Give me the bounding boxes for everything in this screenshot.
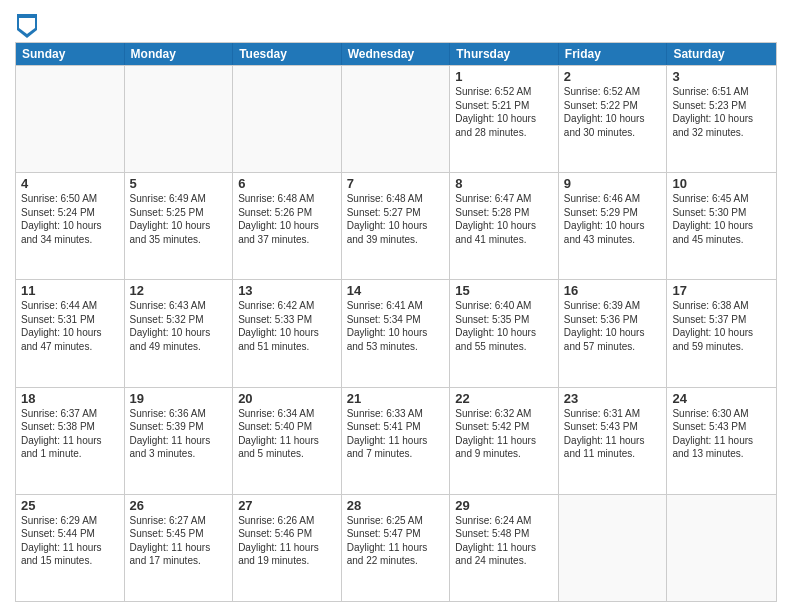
cell-info: Sunrise: 6:49 AM Sunset: 5:25 PM Dayligh… (130, 192, 228, 246)
calendar-cell: 3Sunrise: 6:51 AM Sunset: 5:23 PM Daylig… (667, 66, 776, 172)
cell-date-number: 8 (455, 176, 553, 191)
calendar-row: 11Sunrise: 6:44 AM Sunset: 5:31 PM Dayli… (16, 279, 776, 386)
weekday-header: Wednesday (342, 43, 451, 65)
cell-date-number: 2 (564, 69, 662, 84)
cell-info: Sunrise: 6:42 AM Sunset: 5:33 PM Dayligh… (238, 299, 336, 353)
cell-date-number: 21 (347, 391, 445, 406)
cell-date-number: 25 (21, 498, 119, 513)
calendar-cell: 20Sunrise: 6:34 AM Sunset: 5:40 PM Dayli… (233, 388, 342, 494)
cell-info: Sunrise: 6:52 AM Sunset: 5:22 PM Dayligh… (564, 85, 662, 139)
cell-info: Sunrise: 6:47 AM Sunset: 5:28 PM Dayligh… (455, 192, 553, 246)
calendar-cell: 11Sunrise: 6:44 AM Sunset: 5:31 PM Dayli… (16, 280, 125, 386)
cell-date-number: 14 (347, 283, 445, 298)
calendar-cell: 7Sunrise: 6:48 AM Sunset: 5:27 PM Daylig… (342, 173, 451, 279)
calendar-cell (125, 66, 234, 172)
weekday-header: Thursday (450, 43, 559, 65)
calendar-cell: 9Sunrise: 6:46 AM Sunset: 5:29 PM Daylig… (559, 173, 668, 279)
cell-info: Sunrise: 6:46 AM Sunset: 5:29 PM Dayligh… (564, 192, 662, 246)
calendar-cell: 10Sunrise: 6:45 AM Sunset: 5:30 PM Dayli… (667, 173, 776, 279)
cell-info: Sunrise: 6:34 AM Sunset: 5:40 PM Dayligh… (238, 407, 336, 461)
calendar-cell: 14Sunrise: 6:41 AM Sunset: 5:34 PM Dayli… (342, 280, 451, 386)
cell-info: Sunrise: 6:52 AM Sunset: 5:21 PM Dayligh… (455, 85, 553, 139)
calendar-cell (559, 495, 668, 601)
cell-info: Sunrise: 6:29 AM Sunset: 5:44 PM Dayligh… (21, 514, 119, 568)
cell-date-number: 5 (130, 176, 228, 191)
calendar-cell: 8Sunrise: 6:47 AM Sunset: 5:28 PM Daylig… (450, 173, 559, 279)
cell-date-number: 22 (455, 391, 553, 406)
calendar-cell: 22Sunrise: 6:32 AM Sunset: 5:42 PM Dayli… (450, 388, 559, 494)
logo-icon (17, 14, 37, 38)
cell-date-number: 28 (347, 498, 445, 513)
cell-info: Sunrise: 6:27 AM Sunset: 5:45 PM Dayligh… (130, 514, 228, 568)
cell-info: Sunrise: 6:40 AM Sunset: 5:35 PM Dayligh… (455, 299, 553, 353)
calendar-cell: 4Sunrise: 6:50 AM Sunset: 5:24 PM Daylig… (16, 173, 125, 279)
cell-info: Sunrise: 6:36 AM Sunset: 5:39 PM Dayligh… (130, 407, 228, 461)
cell-date-number: 11 (21, 283, 119, 298)
calendar-cell: 24Sunrise: 6:30 AM Sunset: 5:43 PM Dayli… (667, 388, 776, 494)
cell-info: Sunrise: 6:30 AM Sunset: 5:43 PM Dayligh… (672, 407, 771, 461)
cell-info: Sunrise: 6:31 AM Sunset: 5:43 PM Dayligh… (564, 407, 662, 461)
cell-date-number: 12 (130, 283, 228, 298)
calendar-cell: 12Sunrise: 6:43 AM Sunset: 5:32 PM Dayli… (125, 280, 234, 386)
cell-info: Sunrise: 6:48 AM Sunset: 5:27 PM Dayligh… (347, 192, 445, 246)
cell-date-number: 13 (238, 283, 336, 298)
weekday-header: Saturday (667, 43, 776, 65)
cell-date-number: 9 (564, 176, 662, 191)
calendar-cell: 16Sunrise: 6:39 AM Sunset: 5:36 PM Dayli… (559, 280, 668, 386)
calendar-cell (233, 66, 342, 172)
calendar-cell: 25Sunrise: 6:29 AM Sunset: 5:44 PM Dayli… (16, 495, 125, 601)
cell-date-number: 17 (672, 283, 771, 298)
cell-info: Sunrise: 6:48 AM Sunset: 5:26 PM Dayligh… (238, 192, 336, 246)
cell-info: Sunrise: 6:51 AM Sunset: 5:23 PM Dayligh… (672, 85, 771, 139)
calendar-cell: 19Sunrise: 6:36 AM Sunset: 5:39 PM Dayli… (125, 388, 234, 494)
cell-info: Sunrise: 6:33 AM Sunset: 5:41 PM Dayligh… (347, 407, 445, 461)
cell-info: Sunrise: 6:43 AM Sunset: 5:32 PM Dayligh… (130, 299, 228, 353)
calendar-cell (342, 66, 451, 172)
cell-date-number: 20 (238, 391, 336, 406)
calendar-row: 25Sunrise: 6:29 AM Sunset: 5:44 PM Dayli… (16, 494, 776, 601)
calendar-cell: 2Sunrise: 6:52 AM Sunset: 5:22 PM Daylig… (559, 66, 668, 172)
cell-date-number: 19 (130, 391, 228, 406)
cell-date-number: 26 (130, 498, 228, 513)
weekday-header: Tuesday (233, 43, 342, 65)
calendar-row: 4Sunrise: 6:50 AM Sunset: 5:24 PM Daylig… (16, 172, 776, 279)
cell-date-number: 23 (564, 391, 662, 406)
calendar-cell: 18Sunrise: 6:37 AM Sunset: 5:38 PM Dayli… (16, 388, 125, 494)
calendar-row: 1Sunrise: 6:52 AM Sunset: 5:21 PM Daylig… (16, 65, 776, 172)
calendar: SundayMondayTuesdayWednesdayThursdayFrid… (15, 42, 777, 602)
calendar-header: SundayMondayTuesdayWednesdayThursdayFrid… (16, 43, 776, 65)
cell-info: Sunrise: 6:45 AM Sunset: 5:30 PM Dayligh… (672, 192, 771, 246)
weekday-header: Monday (125, 43, 234, 65)
calendar-cell: 5Sunrise: 6:49 AM Sunset: 5:25 PM Daylig… (125, 173, 234, 279)
logo (15, 14, 37, 38)
cell-info: Sunrise: 6:32 AM Sunset: 5:42 PM Dayligh… (455, 407, 553, 461)
calendar-cell: 13Sunrise: 6:42 AM Sunset: 5:33 PM Dayli… (233, 280, 342, 386)
cell-info: Sunrise: 6:37 AM Sunset: 5:38 PM Dayligh… (21, 407, 119, 461)
cell-info: Sunrise: 6:38 AM Sunset: 5:37 PM Dayligh… (672, 299, 771, 353)
header (15, 10, 777, 38)
cell-info: Sunrise: 6:24 AM Sunset: 5:48 PM Dayligh… (455, 514, 553, 568)
cell-info: Sunrise: 6:26 AM Sunset: 5:46 PM Dayligh… (238, 514, 336, 568)
cell-info: Sunrise: 6:39 AM Sunset: 5:36 PM Dayligh… (564, 299, 662, 353)
cell-date-number: 10 (672, 176, 771, 191)
calendar-row: 18Sunrise: 6:37 AM Sunset: 5:38 PM Dayli… (16, 387, 776, 494)
cell-info: Sunrise: 6:25 AM Sunset: 5:47 PM Dayligh… (347, 514, 445, 568)
calendar-body: 1Sunrise: 6:52 AM Sunset: 5:21 PM Daylig… (16, 65, 776, 601)
cell-date-number: 1 (455, 69, 553, 84)
weekday-header: Sunday (16, 43, 125, 65)
cell-info: Sunrise: 6:41 AM Sunset: 5:34 PM Dayligh… (347, 299, 445, 353)
cell-date-number: 16 (564, 283, 662, 298)
calendar-cell: 17Sunrise: 6:38 AM Sunset: 5:37 PM Dayli… (667, 280, 776, 386)
calendar-cell: 1Sunrise: 6:52 AM Sunset: 5:21 PM Daylig… (450, 66, 559, 172)
cell-date-number: 15 (455, 283, 553, 298)
calendar-cell: 21Sunrise: 6:33 AM Sunset: 5:41 PM Dayli… (342, 388, 451, 494)
cell-info: Sunrise: 6:44 AM Sunset: 5:31 PM Dayligh… (21, 299, 119, 353)
calendar-cell: 6Sunrise: 6:48 AM Sunset: 5:26 PM Daylig… (233, 173, 342, 279)
cell-date-number: 6 (238, 176, 336, 191)
cell-date-number: 24 (672, 391, 771, 406)
calendar-cell: 27Sunrise: 6:26 AM Sunset: 5:46 PM Dayli… (233, 495, 342, 601)
cell-date-number: 18 (21, 391, 119, 406)
calendar-cell: 23Sunrise: 6:31 AM Sunset: 5:43 PM Dayli… (559, 388, 668, 494)
calendar-cell: 29Sunrise: 6:24 AM Sunset: 5:48 PM Dayli… (450, 495, 559, 601)
calendar-cell: 28Sunrise: 6:25 AM Sunset: 5:47 PM Dayli… (342, 495, 451, 601)
